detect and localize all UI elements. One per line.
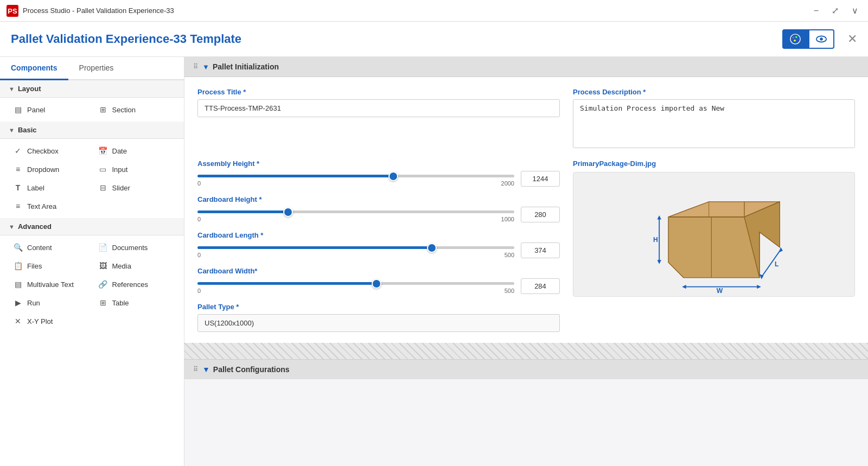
cardboard-length-field: Cardboard Length * 0 500: [197, 231, 560, 258]
cardboard-length-slider-row: 0 500: [197, 242, 560, 258]
process-title-input[interactable]: [197, 99, 560, 117]
textarea-component[interactable]: ≡ Text Area: [9, 199, 91, 214]
svg-point-5: [797, 39, 799, 41]
svg-marker-22: [757, 284, 761, 288]
cardboard-length-slider-container: 0 500: [197, 242, 514, 258]
form-row-1: Process Title * Process Description *: [197, 88, 855, 150]
assembly-height-value[interactable]: [521, 171, 560, 187]
pallet-type-input[interactable]: [197, 314, 560, 332]
references-component[interactable]: 🔗 References: [94, 277, 176, 292]
assembly-height-slider[interactable]: [197, 175, 514, 177]
slider-component[interactable]: ⊟ Slider: [94, 180, 176, 195]
cardboard-length-max: 500: [505, 252, 514, 258]
svg-text:L: L: [775, 260, 779, 268]
panel-component[interactable]: ▤ Panel: [9, 102, 91, 117]
multivalue-label: Multivalue Text: [27, 280, 74, 289]
xyplot-label: X-Y Plot: [27, 317, 53, 325]
process-description-input[interactable]: [573, 99, 855, 148]
input-label: Input: [112, 165, 128, 174]
slider-icon: ⊟: [98, 183, 108, 192]
svg-text:PS: PS: [8, 7, 17, 15]
cardboard-width-slider-labels: 0 500: [197, 288, 514, 294]
app-header: Pallet Validation Experience-33 Template…: [0, 22, 868, 57]
media-component[interactable]: 🖼 Media: [94, 258, 176, 273]
section-icon: ⊞: [98, 105, 108, 114]
assembly-height-slider-labels: 0 2000: [197, 180, 514, 187]
cardboard-height-slider-container: 0 1000: [197, 207, 514, 222]
label-component[interactable]: T Label: [9, 180, 91, 195]
multivalue-component[interactable]: ▤ Multivalue Text: [9, 277, 91, 292]
checkbox-label: Checkbox: [27, 147, 59, 155]
pallet-init-content: Process Title * Process Description *: [184, 77, 868, 343]
label-label: Label: [27, 184, 44, 192]
cardboard-length-slider-labels: 0 500: [197, 252, 514, 258]
svg-marker-21: [682, 284, 686, 288]
layout-section-header[interactable]: ▼ Layout: [0, 80, 184, 98]
section-hatch-area: [184, 343, 868, 359]
eye-icon: [815, 33, 827, 45]
section-component[interactable]: ⊞ Section: [94, 102, 176, 117]
assembly-height-label: Assembly Height *: [197, 159, 560, 168]
svg-point-8: [820, 37, 823, 41]
config-drag-handle: ⠿: [193, 366, 198, 373]
pallet-config-header[interactable]: ⠿ ▼ Pallet Configurations: [184, 359, 868, 379]
input-component[interactable]: ▭ Input: [94, 162, 176, 177]
advanced-arrow-icon: ▼: [9, 224, 15, 230]
basic-section-header[interactable]: ▼ Basic: [0, 122, 184, 139]
cardboard-height-value[interactable]: [521, 207, 560, 222]
cardboard-height-min: 0: [197, 216, 201, 222]
assembly-height-slider-container: 0 2000: [197, 171, 514, 187]
design-mode-button[interactable]: [782, 29, 808, 49]
slider-label: Slider: [112, 184, 130, 192]
pallet-init-section: ⠿ ▼ Pallet Initialization Process Title …: [184, 57, 868, 343]
sidebar: Components Properties ▼ Layout ▤ Panel ⊞…: [0, 57, 184, 466]
date-icon: 📅: [98, 146, 108, 155]
more-button[interactable]: ∨: [848, 4, 861, 17]
cardboard-length-min: 0: [197, 252, 201, 258]
assembly-height-field: Assembly Height * 0 2000: [197, 159, 560, 187]
date-component[interactable]: 📅 Date: [94, 143, 176, 158]
documents-icon: 📄: [98, 243, 108, 252]
checkbox-component[interactable]: ✓ Checkbox: [9, 143, 91, 158]
minimize-button[interactable]: −: [810, 4, 822, 17]
svg-marker-9: [668, 216, 760, 277]
cardboard-width-min: 0: [197, 288, 201, 294]
cardboard-length-value[interactable]: [521, 242, 560, 258]
app-title: Pallet Validation Experience-33 Template: [11, 32, 241, 46]
cardboard-height-slider[interactable]: [197, 210, 514, 213]
documents-component[interactable]: 📄 Documents: [94, 240, 176, 255]
run-component[interactable]: ▶ Run: [9, 295, 91, 310]
content-icon: 🔍: [13, 243, 23, 252]
cardboard-width-slider[interactable]: [197, 282, 514, 285]
files-icon: 📋: [13, 261, 23, 270]
content-component[interactable]: 🔍 Content: [9, 240, 91, 255]
files-label: Files: [27, 262, 42, 270]
pallet-init-collapse-btn[interactable]: ▼: [202, 63, 209, 71]
basic-section-label: Basic: [18, 126, 37, 134]
maximize-button[interactable]: ⤢: [828, 4, 842, 17]
preview-mode-button[interactable]: [808, 29, 834, 49]
sliders-image-row: Assembly Height * 0 2000: [197, 159, 855, 332]
advanced-section-header[interactable]: ▼ Advanced: [0, 218, 184, 235]
pallet-config-title: Pallet Configurations: [213, 365, 290, 374]
close-button[interactable]: ✕: [847, 32, 857, 46]
title-bar: PS Process Studio - Pallet Validation Ex…: [0, 0, 868, 22]
pallet-init-title: Pallet Initialization: [213, 62, 279, 71]
svg-point-3: [793, 36, 795, 39]
tab-properties[interactable]: Properties: [68, 57, 125, 80]
table-icon: ⊞: [98, 298, 108, 307]
xyplot-component[interactable]: ✕ X-Y Plot: [9, 314, 91, 329]
svg-text:W: W: [717, 286, 723, 292]
assembly-height-slider-row: 0 2000: [197, 171, 560, 187]
tab-components[interactable]: Components: [0, 57, 68, 80]
cardboard-width-value[interactable]: [521, 278, 560, 294]
cardboard-length-label: Cardboard Length *: [197, 231, 560, 239]
panel-label: Panel: [27, 106, 45, 114]
table-component[interactable]: ⊞ Table: [94, 295, 176, 310]
body-layout: Components Properties ▼ Layout ▤ Panel ⊞…: [0, 57, 868, 466]
cardboard-length-slider[interactable]: [197, 246, 514, 249]
process-title-label: Process Title *: [197, 88, 560, 96]
advanced-components-grid: 🔍 Content 📄 Documents 📋 Files 🖼 Media ▤: [0, 235, 184, 333]
dropdown-component[interactable]: ≡ Dropdown: [9, 162, 91, 177]
files-component[interactable]: 📋 Files: [9, 258, 91, 273]
